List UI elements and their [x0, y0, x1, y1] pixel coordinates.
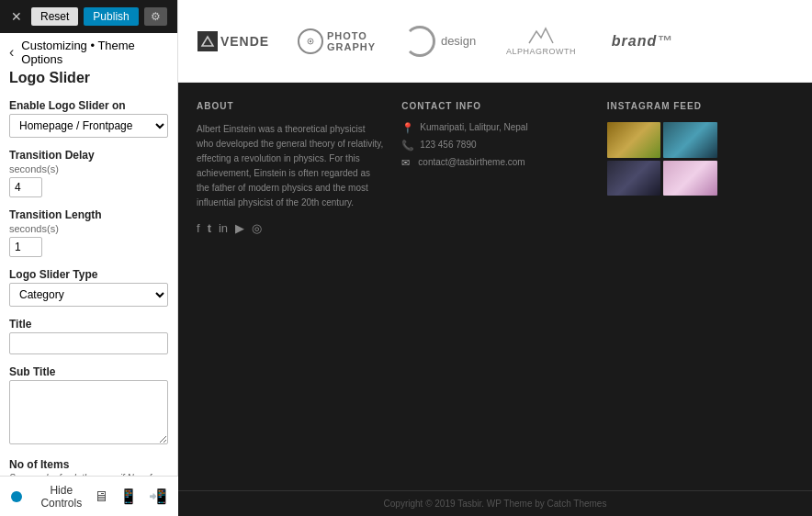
- reset-button[interactable]: Reset: [31, 7, 78, 26]
- footer-area: ABOUT Albert Einstein was a theoretical …: [178, 83, 812, 516]
- twitter-icon[interactable]: t: [208, 221, 211, 235]
- logo-brand: brand™: [605, 14, 679, 69]
- footer-about-text: Albert Einstein was a theoretical physic…: [197, 122, 383, 210]
- toggle-dot-icon: [11, 491, 22, 502]
- bottom-bar: Hide Controls 🖥 📱 📲: [0, 476, 178, 516]
- transition-length-label: Transition Length: [9, 208, 168, 221]
- location-icon: 📍: [401, 122, 414, 134]
- enable-label: Enable Logo Slider on: [9, 99, 168, 112]
- instagram-icon[interactable]: ◎: [252, 221, 262, 235]
- camera-icon: [304, 35, 317, 48]
- publish-button[interactable]: Publish: [84, 7, 138, 26]
- desktop-icon[interactable]: 🖥: [94, 488, 108, 505]
- vende-box: [197, 31, 218, 51]
- slider-type-group: Logo Slider Type Category Custom Feature…: [9, 268, 168, 307]
- no-items-label: No of Items: [9, 458, 168, 471]
- subtitle-field-group: Sub Title: [9, 365, 168, 447]
- photography-logo: PHOTO GRAPHY: [298, 28, 376, 54]
- alphagrowth-logo: ALPHAGROWTH: [506, 27, 576, 56]
- instagram-thumb-4[interactable]: [663, 161, 717, 196]
- phone-icon: 📞: [401, 140, 414, 151]
- close-button[interactable]: ✕: [7, 7, 26, 26]
- subtitle-textarea[interactable]: [9, 380, 168, 444]
- logo-photography: PHOTO GRAPHY: [298, 14, 376, 69]
- youtube-icon[interactable]: ▶: [235, 221, 244, 235]
- top-bar: ✕ Reset Publish ⚙: [0, 0, 177, 33]
- instagram-grid: [607, 122, 717, 196]
- slider-type-label: Logo Slider Type: [9, 268, 168, 281]
- transition-delay-group: Transition Delay seconds(s): [9, 149, 168, 197]
- logo-vende: VENDE: [197, 14, 270, 69]
- panel-content: Enable Logo Slider on Homepage / Frontpa…: [0, 94, 177, 516]
- footer-about-col: ABOUT Albert Einstein was a theoretical …: [197, 101, 383, 481]
- footer-copyright: Copyright © 2019 Tasbir. WP Theme by Cat…: [178, 490, 812, 516]
- transition-length-input[interactable]: [9, 237, 42, 257]
- back-button[interactable]: ‹: [9, 44, 17, 61]
- logo-alphagrowth: ALPHAGROWTH: [504, 14, 578, 69]
- design-text: design: [441, 34, 476, 48]
- footer-address-item: 📍 Kumaripati, Lalitpur, Nepal: [401, 122, 588, 134]
- design-logo: design: [404, 26, 476, 57]
- panel-title: Logo Slider: [0, 68, 177, 94]
- brand-text: brand™: [612, 33, 672, 50]
- bottom-icon-group: 🖥 📱 📲: [94, 488, 167, 505]
- vende-text: VENDE: [220, 34, 269, 49]
- transition-length-sublabel: seconds(s): [9, 223, 168, 234]
- hide-controls-button[interactable]: Hide Controls: [11, 484, 94, 510]
- title-input[interactable]: [9, 332, 168, 354]
- vende-icon: [199, 33, 216, 50]
- footer-phone-item: 📞 123 456 7890: [401, 140, 588, 151]
- transition-delay-input[interactable]: [9, 177, 42, 197]
- title-field-group: Title: [9, 318, 168, 354]
- instagram-thumb-1[interactable]: [607, 122, 661, 158]
- footer-phone: 123 456 7890: [420, 140, 476, 150]
- transition-delay-sublabel: seconds(s): [9, 163, 168, 174]
- vende-logo: VENDE: [197, 31, 269, 51]
- footer-instagram-col: INSTAGRAM FEED: [607, 101, 794, 481]
- footer-about-title: ABOUT: [197, 101, 383, 111]
- design-circle-icon: [404, 26, 435, 57]
- tablet-icon[interactable]: 📱: [119, 488, 138, 505]
- brand-logo: brand™: [612, 33, 672, 50]
- linkedin-icon[interactable]: in: [219, 221, 228, 235]
- transition-length-group: Transition Length seconds(s): [9, 208, 168, 257]
- mobile-icon[interactable]: 📲: [149, 488, 167, 505]
- enable-field-group: Enable Logo Slider on Homepage / Frontpa…: [9, 99, 168, 138]
- svg-marker-0: [202, 37, 213, 46]
- hide-controls-label: Hide Controls: [29, 484, 94, 510]
- footer-address: Kumaripati, Lalitpur, Nepal: [420, 122, 527, 132]
- alphagrowth-text: ALPHAGROWTH: [506, 47, 576, 56]
- instagram-thumb-3[interactable]: [607, 161, 661, 196]
- breadcrumb-bar: ‹ Customizing • Theme Options: [0, 33, 177, 68]
- breadcrumb: Customizing • Theme Options: [21, 39, 168, 66]
- left-panel: ✕ Reset Publish ⚙ ‹ Customizing • Theme …: [0, 0, 178, 516]
- email-icon: ✉: [401, 157, 412, 169]
- logo-area: VENDE PHOTO GRAPHY: [178, 0, 812, 83]
- enable-select[interactable]: Homepage / Frontpage All Pages None: [9, 114, 168, 138]
- footer-content: ABOUT Albert Einstein was a theoretical …: [178, 83, 812, 490]
- title-label: Title: [9, 318, 168, 331]
- svg-point-2: [310, 39, 311, 41]
- transition-delay-label: Transition Delay: [9, 149, 168, 162]
- slider-type-select[interactable]: Category Custom Featured: [9, 283, 168, 307]
- footer-contact-title: CONTACT INFO: [401, 101, 588, 111]
- footer-email-item: ✉ contact@tasbirtheme.com: [401, 157, 588, 169]
- graphy-text: GRAPHY: [327, 41, 376, 52]
- photography-circle-icon: [298, 28, 323, 54]
- instagram-thumb-2[interactable]: [663, 122, 717, 158]
- photo-text: PHOTO: [327, 30, 376, 41]
- logo-design: design: [403, 14, 477, 69]
- footer-instagram-title: INSTAGRAM FEED: [607, 101, 794, 111]
- brand-dot: ™: [657, 33, 672, 49]
- social-icons: f t in ▶ ◎: [197, 221, 383, 235]
- facebook-icon[interactable]: f: [197, 221, 200, 235]
- subtitle-label: Sub Title: [9, 365, 168, 378]
- footer-contact-col: CONTACT INFO 📍 Kumaripati, Lalitpur, Nep…: [401, 101, 588, 481]
- footer-email: contact@tasbirtheme.com: [418, 157, 524, 167]
- alphagrowth-icon: [527, 27, 555, 45]
- right-panel: VENDE PHOTO GRAPHY: [178, 0, 812, 516]
- photography-text-stack: PHOTO GRAPHY: [327, 30, 376, 52]
- gear-button[interactable]: ⚙: [144, 7, 167, 26]
